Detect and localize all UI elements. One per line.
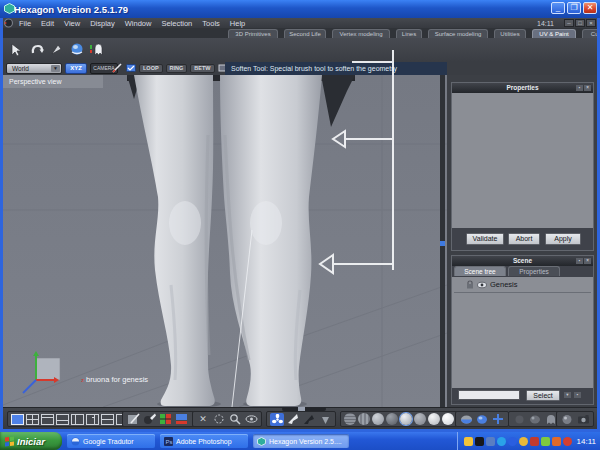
update-icon[interactable]: [497, 437, 506, 446]
antivirus-icon[interactable]: [475, 437, 484, 446]
power-icon[interactable]: [508, 437, 517, 446]
layout-rows-icon[interactable]: [101, 414, 114, 425]
network-icon[interactable]: [541, 437, 550, 446]
visibility-eye-icon[interactable]: [244, 413, 258, 426]
orbit-sphere-icon[interactable]: [459, 413, 473, 426]
shade-gray-icon[interactable]: [414, 413, 426, 425]
abort-button[interactable]: Abort: [508, 233, 540, 245]
ghost-a-icon[interactable]: [512, 413, 526, 426]
menu-display[interactable]: Display: [90, 19, 115, 28]
panel-collapse-icon[interactable]: ▪: [576, 85, 583, 91]
browser-icon[interactable]: [563, 437, 572, 446]
tab-custom[interactable]: Cust: [582, 29, 600, 38]
volume-icon[interactable]: [530, 437, 539, 446]
sphere-brush-icon[interactable]: [68, 41, 85, 57]
xyz-button[interactable]: XYZ: [65, 63, 87, 74]
shade-light-icon[interactable]: [428, 413, 440, 425]
scene-tree-item[interactable]: Genesis: [466, 280, 518, 289]
tab-second-life[interactable]: Second Life: [284, 29, 326, 38]
menu-help[interactable]: Help: [230, 19, 245, 28]
ghost-brush-icon[interactable]: [88, 41, 105, 57]
shade-dark-icon[interactable]: [386, 413, 398, 425]
blue-sphere-icon[interactable]: [475, 413, 489, 426]
tab-scene-tree[interactable]: Scene tree: [454, 266, 506, 276]
layout-quad-icon[interactable]: [26, 414, 39, 425]
layout-split-top-icon[interactable]: [41, 414, 54, 425]
mdi-minimize-button[interactable]: –: [564, 19, 574, 27]
window-titlebar[interactable]: Hexagon Version 2.5.1.79 _ ❐ ✕: [0, 0, 600, 18]
mdi-restore-button[interactable]: □: [575, 19, 585, 27]
panel-collapse-icon[interactable]: ▪: [576, 258, 583, 264]
maximize-button[interactable]: ❐: [567, 2, 581, 14]
pan-dots-icon[interactable]: ✕: [196, 413, 210, 426]
jet-white-icon[interactable]: [286, 413, 300, 426]
menu-window[interactable]: Window: [125, 19, 152, 28]
scene-dropdown-icon[interactable]: ▾: [564, 392, 571, 398]
zoom-slider-handle[interactable]: [440, 241, 445, 246]
paint-mode-icon[interactable]: [142, 413, 156, 426]
shade-smooth-icon[interactable]: [400, 413, 412, 425]
ghost-b-icon[interactable]: [528, 413, 542, 426]
select-button[interactable]: Select: [526, 390, 560, 401]
mdi-close-button[interactable]: ×: [586, 19, 596, 27]
scene-filter-input[interactable]: [458, 390, 520, 400]
rotate-tool-icon[interactable]: [28, 41, 45, 57]
scene-option-icon[interactable]: ▪: [574, 392, 581, 398]
task-adobe-photoshop[interactable]: Ps Adobe Photoshop: [160, 434, 248, 448]
validate-button[interactable]: Validate: [466, 233, 504, 245]
shade-white-icon[interactable]: [442, 413, 454, 425]
apply-button[interactable]: Apply: [545, 233, 581, 245]
world-dropdown[interactable]: World ▼: [6, 63, 62, 74]
ring-button[interactable]: RING: [166, 64, 188, 73]
chat-icon[interactable]: [552, 437, 561, 446]
menu-file[interactable]: File: [19, 19, 31, 28]
tab-uv-paint[interactable]: UV & Paint: [532, 29, 576, 38]
orbit-icon[interactable]: [212, 413, 226, 426]
menu-selection[interactable]: Selection: [161, 19, 192, 28]
start-button[interactable]: Iniciar: [0, 432, 62, 450]
loop-button[interactable]: LOOP: [139, 64, 163, 73]
camera-icon[interactable]: [576, 413, 590, 426]
close-button[interactable]: ✕: [583, 2, 597, 14]
snap-toggle-icon[interactable]: [126, 63, 136, 73]
task-google-tradutor[interactable]: Google Tradutor: [67, 434, 155, 448]
tab-utilities[interactable]: Utilities: [494, 29, 526, 38]
properties-panel-titlebar[interactable]: Properties ▪×: [452, 83, 593, 93]
menu-tools[interactable]: Tools: [202, 19, 220, 28]
layout-split-left-icon[interactable]: [71, 414, 84, 425]
tab-lines[interactable]: Lines: [396, 29, 422, 38]
pen-icon[interactable]: [112, 63, 123, 73]
viewport-zoom-slider[interactable]: [440, 75, 445, 407]
grid-snap-icon[interactable]: [158, 413, 172, 426]
tab-3d-primitives[interactable]: 3D Primitives: [228, 29, 278, 38]
scene-panel-titlebar[interactable]: Scene ▪×: [452, 256, 593, 266]
uv-editor-icon[interactable]: [126, 413, 140, 426]
badge-icon[interactable]: [519, 437, 528, 446]
pivot-cross-icon[interactable]: [491, 413, 505, 426]
drop-down-icon[interactable]: [318, 413, 332, 426]
viewport-3d[interactable]: Perspective view zbruona for genesis: [3, 75, 447, 407]
shield-icon[interactable]: [464, 437, 473, 446]
panel-close-icon[interactable]: ×: [584, 85, 591, 91]
minimize-button[interactable]: _: [551, 2, 565, 14]
tab-vertex-modeling[interactable]: Vertex modeling: [332, 29, 390, 38]
shade-wire-icon[interactable]: [344, 413, 356, 425]
tab-scene-properties[interactable]: Properties: [508, 266, 560, 276]
fan-icon[interactable]: [270, 413, 284, 426]
layout-split-bottom-icon[interactable]: [56, 414, 69, 425]
tab-surface-modeling[interactable]: Surface modeling: [428, 29, 488, 38]
select-arrow-icon[interactable]: [8, 41, 25, 57]
layout-split-right-icon[interactable]: [86, 414, 99, 425]
menu-view[interactable]: View: [64, 19, 80, 28]
soft-move-icon[interactable]: [48, 41, 65, 57]
symmetry-planes-icon[interactable]: [174, 413, 188, 426]
layout-single-icon[interactable]: [11, 414, 24, 425]
jet-dark-icon[interactable]: [302, 413, 316, 426]
betw-button[interactable]: BETW: [190, 64, 214, 73]
menu-edit[interactable]: Edit: [41, 19, 54, 28]
task-hexagon[interactable]: Hexagon Version 2.5....: [253, 434, 349, 448]
shade-flat-icon[interactable]: [358, 413, 370, 425]
render-sphere-icon[interactable]: [560, 413, 574, 426]
panel-close-icon[interactable]: ×: [584, 258, 591, 264]
messenger-icon[interactable]: [486, 437, 495, 446]
